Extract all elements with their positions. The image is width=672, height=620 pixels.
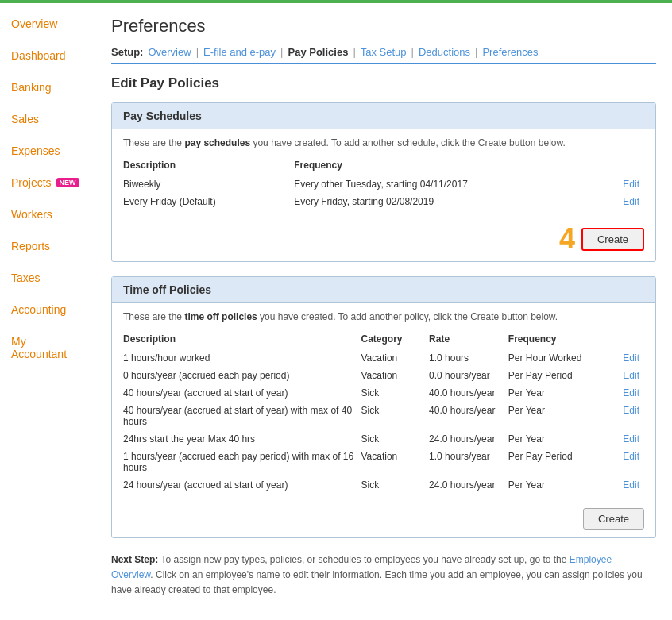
row-description: 24hrs start the year Max 40 hrs — [123, 430, 361, 448]
row-description: 1 hours/year (accrued each pay period) w… — [123, 448, 361, 476]
col-header-frequency: Frequency — [508, 330, 599, 349]
edit-link[interactable]: Edit — [599, 448, 644, 476]
sidebar-item-my-accountant[interactable]: My Accountant — [0, 325, 95, 370]
row-rate: 40.0 hours/year — [429, 402, 508, 430]
sidebar-item-reports[interactable]: Reports — [0, 230, 95, 262]
row-rate: 1.0 hours/year — [429, 448, 508, 476]
nav-link-overview[interactable]: Overview — [148, 46, 191, 58]
col-header-description: Description — [123, 330, 361, 349]
pay-schedules-desc: These are the pay schedules you have cre… — [123, 137, 644, 148]
sidebar-item-sales[interactable]: Sales — [0, 103, 95, 135]
row-description: 0 hours/year (accrued each pay period) — [123, 367, 361, 384]
col-header-rate: Rate — [429, 330, 508, 349]
row-frequency: Per Hour Worked — [508, 349, 599, 367]
row-rate: 24.0 hours/year — [429, 430, 508, 448]
sidebar-item-label: Reports — [11, 240, 50, 252]
row-frequency: Per Year — [508, 384, 599, 402]
nav-link-efile[interactable]: E-file and e-pay — [203, 46, 276, 58]
sidebar-item-accounting[interactable]: Accounting — [0, 294, 95, 325]
time-off-create-button[interactable]: Create — [583, 508, 644, 530]
sidebar-item-label: My Accountant — [11, 335, 83, 360]
next-step: Next Step: To assign new pay types, poli… — [111, 553, 656, 599]
pay-schedules-create-button[interactable]: Create — [581, 228, 644, 251]
row-description: 24 hours/year (accrued at start of year) — [123, 476, 361, 494]
edit-link[interactable]: Edit — [599, 384, 644, 402]
pay-schedules-table: Description Frequency Biweekly Every oth… — [123, 156, 644, 210]
nav-link-pay-policies: Pay Policies — [288, 46, 348, 58]
row-frequency: Every other Tuesday, starting 04/11/2017 — [294, 175, 607, 193]
nav-link-deductions[interactable]: Deductions — [419, 46, 470, 58]
row-description: Every Friday (Default) — [123, 193, 294, 210]
row-description: 1 hours/hour worked — [123, 349, 361, 367]
sep-5: | — [475, 46, 477, 58]
time-off-policies-body: These are the time off policies you have… — [112, 303, 655, 502]
row-rate: 1.0 hours — [429, 349, 508, 367]
col-header-frequency: Frequency — [294, 156, 607, 175]
sidebar-item-taxes[interactable]: Taxes — [0, 262, 95, 294]
sidebar-item-label: Dashboard — [11, 49, 66, 62]
row-frequency: Per Year — [508, 402, 599, 430]
table-row: 1 hours/hour worked Vacation 1.0 hours P… — [123, 349, 644, 367]
nav-link-preferences[interactable]: Preferences — [482, 46, 538, 58]
sidebar-item-banking[interactable]: Banking — [0, 71, 95, 103]
table-row: 40 hours/year (accrued at start of year)… — [123, 384, 644, 402]
sidebar-item-expenses[interactable]: Expenses — [0, 135, 95, 167]
time-off-policies-desc: These are the time off policies you have… — [123, 311, 644, 322]
setup-nav: Setup: Overview | E-file and e-pay | Pay… — [111, 46, 656, 64]
row-category: Vacation — [361, 448, 429, 476]
nav-link-tax-setup[interactable]: Tax Setup — [361, 46, 407, 58]
row-frequency: Every Friday, starting 02/08/2019 — [294, 193, 607, 210]
col-header-action — [607, 156, 644, 175]
sep-2: | — [280, 46, 283, 58]
sidebar-item-projects[interactable]: Projects NEW — [0, 167, 95, 198]
edit-link[interactable]: Edit — [599, 430, 644, 448]
sep-1: | — [196, 46, 199, 58]
col-header-action — [599, 330, 644, 349]
sidebar-item-label: Banking — [11, 81, 52, 94]
next-step-bold: Next Step: — [111, 554, 158, 565]
sidebar-item-label: Overview — [11, 17, 57, 30]
time-off-policies-table: Description Category Rate Frequency 1 ho… — [123, 330, 644, 494]
sidebar-item-dashboard[interactable]: Dashboard — [0, 40, 95, 71]
row-description: Biweekly — [123, 175, 294, 193]
sidebar-item-label: Workers — [11, 208, 52, 221]
main-content: Preferences Setup: Overview | E-file and… — [95, 3, 672, 620]
edit-link[interactable]: Edit — [599, 367, 644, 384]
row-frequency: Per Year — [508, 430, 599, 448]
row-category: Sick — [361, 402, 429, 430]
table-row: 40 hours/year (accrued at start of year)… — [123, 402, 644, 430]
table-row: 24hrs start the year Max 40 hrs Sick 24.… — [123, 430, 644, 448]
next-step-text2: . Click on an employee's name to edit th… — [111, 569, 643, 595]
top-bar — [0, 0, 672, 3]
setup-nav-label: Setup: — [111, 46, 143, 58]
sep-3: | — [353, 46, 355, 58]
pay-schedules-header: Pay Schedules — [112, 103, 655, 129]
table-row: 1 hours/year (accrued each pay period) w… — [123, 448, 644, 476]
pay-schedules-body: These are the pay schedules you have cre… — [112, 129, 655, 218]
time-off-policies-header: Time off Policies — [112, 277, 655, 303]
row-rate: 0.0 hours/year — [429, 367, 508, 384]
sidebar-item-label: Sales — [11, 113, 39, 125]
row-category: Sick — [361, 384, 429, 402]
sidebar-item-label: Taxes — [11, 271, 41, 284]
edit-link[interactable]: Edit — [599, 476, 644, 494]
row-rate: 40.0 hours/year — [429, 384, 508, 402]
sidebar-item-overview[interactable]: Overview — [0, 8, 95, 40]
pay-schedules-create-row: 4 Create — [112, 218, 655, 261]
edit-link[interactable]: Edit — [599, 402, 644, 430]
row-rate: 24.0 hours/year — [429, 476, 508, 494]
sidebar-item-workers[interactable]: Workers — [0, 198, 95, 230]
row-frequency: Per Pay Period — [508, 367, 599, 384]
row-frequency: Per Pay Period — [508, 448, 599, 476]
row-frequency: Per Year — [508, 476, 599, 494]
edit-link[interactable]: Edit — [607, 193, 644, 210]
pay-schedules-card: Pay Schedules These are the pay schedule… — [111, 102, 656, 262]
annotation-4: 4 — [559, 225, 575, 253]
edit-link[interactable]: Edit — [607, 175, 644, 193]
table-row: 24 hours/year (accrued at start of year)… — [123, 476, 644, 494]
sidebar-item-label: Accounting — [11, 303, 66, 316]
table-row: 0 hours/year (accrued each pay period) V… — [123, 367, 644, 384]
edit-link[interactable]: Edit — [599, 349, 644, 367]
time-off-policies-card: Time off Policies These are the time off… — [111, 276, 656, 538]
sidebar: Overview Dashboard Banking Sales Expense… — [0, 0, 95, 620]
